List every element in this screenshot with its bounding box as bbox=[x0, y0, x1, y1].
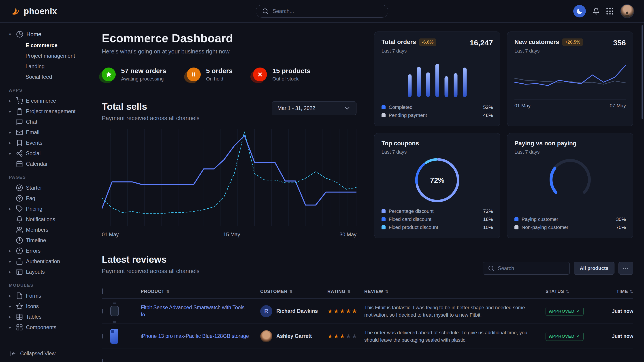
sidebar-item-faq[interactable]: Faq bbox=[9, 193, 90, 203]
brand[interactable]: phoenix bbox=[10, 6, 57, 16]
total-orders-value: 16,247 bbox=[470, 38, 493, 47]
sidebar-item-timeline[interactable]: Timeline bbox=[9, 235, 90, 246]
chevron-right-icon bbox=[9, 249, 13, 253]
legend-row: Completed 52% bbox=[382, 103, 493, 111]
legend-label: Paying customer bbox=[522, 216, 558, 222]
dashboard-cards: Total orders -6.8% Last 7 days 16,247 Co… bbox=[367, 22, 644, 245]
sidebar-item-layouts[interactable]: Layouts bbox=[9, 267, 90, 277]
scrollbar-thumb[interactable] bbox=[642, 25, 643, 119]
user-avatar[interactable] bbox=[620, 4, 634, 18]
product-image[interactable] bbox=[114, 309, 115, 313]
table-row bbox=[102, 349, 633, 362]
legend-label: Completed bbox=[389, 104, 412, 110]
chevron-right-icon bbox=[9, 151, 13, 155]
apps-grid-button[interactable] bbox=[606, 7, 614, 15]
brand-name: phoenix bbox=[24, 6, 57, 16]
sidebar-item-e-commerce[interactable]: E commerce bbox=[26, 40, 90, 50]
sidebar-item-components[interactable]: Components bbox=[9, 322, 90, 333]
product-link[interactable]: iPhone 13 pro max-Pacific Blue-128GB sto… bbox=[141, 333, 260, 340]
sidebar-item-social[interactable]: Social bbox=[9, 148, 90, 159]
product-link[interactable]: Fitbit Sense Advanced Smartwatch with To… bbox=[141, 304, 260, 318]
column-header-status[interactable]: STATUS bbox=[546, 289, 597, 294]
sidebar-group-home[interactable]: Home bbox=[9, 29, 90, 39]
sidebar-item-label: Pricing bbox=[26, 206, 42, 212]
total-sells-subtitle: Payment received across all channels bbox=[102, 115, 200, 122]
total-sells-header: Total sells Payment received across all … bbox=[102, 101, 356, 122]
sidebar-item-e-commerce[interactable]: E commerce bbox=[9, 95, 90, 106]
sidebar-item-label: Layouts bbox=[26, 269, 45, 275]
sidebar-item-label: Tables bbox=[26, 314, 42, 320]
chevron-right-icon bbox=[9, 109, 13, 113]
row-checkbox[interactable] bbox=[102, 359, 103, 362]
date-range-select[interactable]: Mar 1 - 31, 2022 bbox=[272, 101, 356, 115]
sidebar-item-forms[interactable]: Forms bbox=[9, 291, 90, 301]
customer-cell[interactable]: Ashley Garrett bbox=[260, 330, 327, 342]
column-header-customer[interactable]: CUSTOMER bbox=[260, 289, 327, 294]
legend-label: Fixed product discount bbox=[389, 225, 438, 230]
sidebar-item-landing[interactable]: Landing bbox=[26, 61, 90, 71]
column-header-rating[interactable]: RATING bbox=[327, 289, 364, 294]
global-search[interactable] bbox=[256, 5, 388, 18]
reviews-search-input[interactable] bbox=[498, 265, 565, 272]
collapse-view-button[interactable]: Collapsed View bbox=[0, 345, 93, 362]
notifications-button[interactable] bbox=[592, 7, 600, 15]
new-customers-x-axis: 01 May 07 May bbox=[514, 99, 626, 109]
theme-toggle-button[interactable] bbox=[573, 5, 586, 17]
sidebar-item-events[interactable]: Events bbox=[9, 137, 90, 148]
stat-caption: On hold bbox=[206, 76, 232, 82]
new-customers-chart bbox=[514, 60, 626, 97]
sidebar-item-notifications[interactable]: Notifications bbox=[9, 214, 90, 225]
card-period: Last 7 days bbox=[514, 149, 577, 155]
sidebar-item-starter[interactable]: Starter bbox=[9, 182, 90, 193]
select-all-checkbox[interactable] bbox=[102, 289, 103, 294]
column-header-product[interactable]: PRODUCT bbox=[141, 289, 260, 294]
more-options-button[interactable]: ··· bbox=[618, 262, 633, 275]
customer-cell[interactable]: R Richard Dawkins bbox=[260, 305, 327, 317]
row-checkbox[interactable] bbox=[102, 309, 103, 314]
sidebar-item-social-feed[interactable]: Social feed bbox=[26, 71, 90, 82]
legend-value: 72% bbox=[483, 208, 493, 214]
x-tick: 30 May bbox=[340, 232, 356, 238]
sidebar-item-project-management[interactable]: Project management bbox=[9, 106, 90, 116]
legend-swatch bbox=[514, 217, 518, 221]
trend-badge: -6.8% bbox=[419, 38, 436, 46]
sidebar-item-members[interactable]: Members bbox=[9, 225, 90, 235]
row-checkbox[interactable] bbox=[102, 334, 103, 339]
sidebar-home-children: E commerce Project management Landing So… bbox=[26, 40, 90, 82]
on-hold-icon-wrap bbox=[187, 67, 201, 81]
pause-icon bbox=[190, 71, 197, 78]
review-time: Just now bbox=[597, 333, 633, 339]
legend-swatch bbox=[382, 105, 386, 109]
sidebar-section-label: MODULES bbox=[9, 283, 90, 288]
sidebar-item-icons[interactable]: Icons bbox=[9, 301, 90, 312]
donut-center-value: 72% bbox=[415, 158, 460, 203]
sidebar-item-project-management[interactable]: Project management bbox=[26, 50, 90, 61]
sidebar-item-label: E commerce bbox=[26, 98, 56, 104]
sidebar-item-label: Project management bbox=[26, 108, 76, 114]
sidebar-item-tables[interactable]: Tables bbox=[9, 312, 90, 322]
legend-swatch bbox=[382, 217, 386, 221]
sidebar-item-label: Icons bbox=[26, 303, 39, 310]
chevron-down-icon bbox=[344, 105, 351, 112]
share-icon bbox=[16, 150, 23, 157]
collapse-view-label: Collapsed View bbox=[20, 351, 56, 357]
sidebar-item-authentication[interactable]: Authentication bbox=[9, 256, 90, 267]
x-tick: 01 May bbox=[102, 232, 118, 238]
customer-name: Richard Dawkins bbox=[276, 308, 318, 314]
global-search-input[interactable] bbox=[272, 8, 382, 14]
column-header-review[interactable]: REVIEW bbox=[364, 289, 546, 294]
search-icon bbox=[262, 7, 269, 15]
customer-name: Ashley Garrett bbox=[276, 333, 312, 339]
sidebar-item-calendar[interactable]: Calendar bbox=[9, 159, 90, 169]
all-products-button[interactable]: All products bbox=[574, 262, 614, 275]
total-sells-title: Total sells bbox=[102, 101, 200, 112]
sidebar-item-chat[interactable]: Chat bbox=[9, 116, 90, 127]
reviews-table-body: Fitbit Sense Advanced Smartwatch with To… bbox=[102, 299, 633, 362]
card-title: Total orders bbox=[382, 39, 416, 46]
column-header-time[interactable]: TIME bbox=[597, 289, 633, 294]
sidebar-item-email[interactable]: Email bbox=[9, 127, 90, 137]
sidebar-item-errors[interactable]: Errors bbox=[9, 246, 90, 256]
reviews-search[interactable] bbox=[483, 262, 570, 275]
sidebar-item-pricing[interactable]: Pricing bbox=[9, 203, 90, 214]
star-icon bbox=[16, 303, 23, 310]
